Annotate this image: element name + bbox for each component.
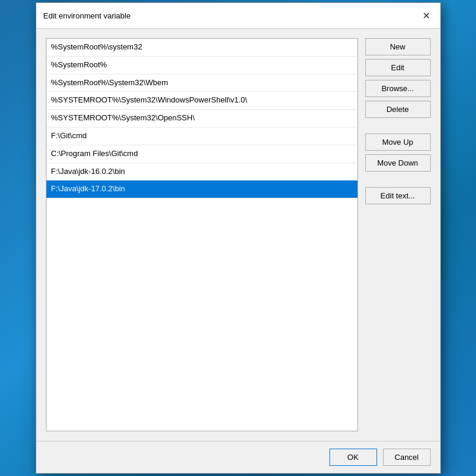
move-up-button[interactable]: Move Up [365, 133, 431, 151]
list-item[interactable]: F:\Java\jdk-16.0.2\bin [46, 163, 357, 181]
dialog-title: Edit environment variable [43, 11, 131, 20]
dialog-footer: OK Cancel [36, 441, 440, 473]
edit-button[interactable]: Edit [365, 59, 431, 76]
new-button[interactable]: New [365, 38, 431, 55]
edit-env-variable-dialog: Edit environment variable ✕ %SystemRoot%… [36, 2, 441, 474]
list-item[interactable]: %SYSTEMROOT%\System32\WindowsPowerShell\… [46, 92, 357, 110]
browse-button[interactable]: Browse... [365, 80, 431, 97]
spacer-2 [365, 175, 431, 183]
spacer-1 [365, 122, 431, 130]
dialog-body: %SystemRoot%\system32%SystemRoot%%System… [36, 29, 440, 441]
list-item[interactable]: %SYSTEMROOT%\System32\OpenSSH\ [46, 110, 357, 127]
cancel-button[interactable]: Cancel [383, 449, 431, 466]
delete-button[interactable]: Delete [365, 101, 431, 118]
list-item[interactable]: F:\Java\jdk-17.0.2\bin [46, 181, 357, 198]
list-item[interactable]: F:\Git\cmd [46, 127, 357, 145]
list-item[interactable]: %SystemRoot%\System32\Wbem [46, 74, 357, 92]
ok-button[interactable]: OK [329, 449, 377, 466]
list-item[interactable]: C:\Program Files\Git\cmd [46, 145, 357, 163]
edit-text-button[interactable]: Edit text... [365, 187, 431, 204]
close-button[interactable]: ✕ [420, 9, 433, 22]
move-down-button[interactable]: Move Down [365, 154, 431, 172]
list-item[interactable]: %SystemRoot%\system32 [46, 39, 357, 57]
list-item[interactable]: %SystemRoot% [46, 57, 357, 74]
action-buttons-panel: New Edit Browse... Delete Move Up Move D… [365, 38, 431, 431]
env-variable-list[interactable]: %SystemRoot%\system32%SystemRoot%%System… [46, 38, 358, 431]
title-bar: Edit environment variable ✕ [36, 3, 440, 29]
